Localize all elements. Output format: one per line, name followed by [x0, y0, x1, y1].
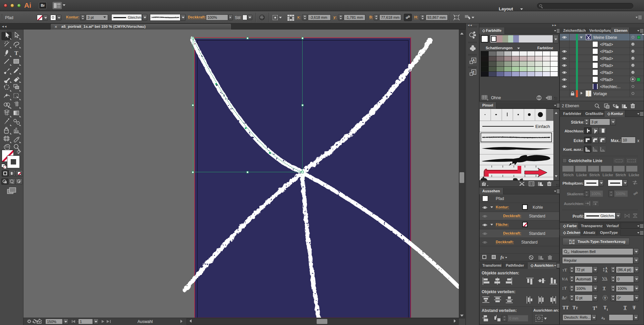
svg-text:¶: ¶ — [473, 70, 475, 74]
svg-text:T: T — [14, 50, 18, 56]
svg-text:A: A — [472, 58, 475, 62]
svg-text:T: T — [571, 241, 573, 244]
svg-text:Einfach: Einfach — [535, 124, 550, 129]
svg-text:A: A — [605, 270, 607, 273]
svg-text:T: T — [604, 296, 606, 300]
